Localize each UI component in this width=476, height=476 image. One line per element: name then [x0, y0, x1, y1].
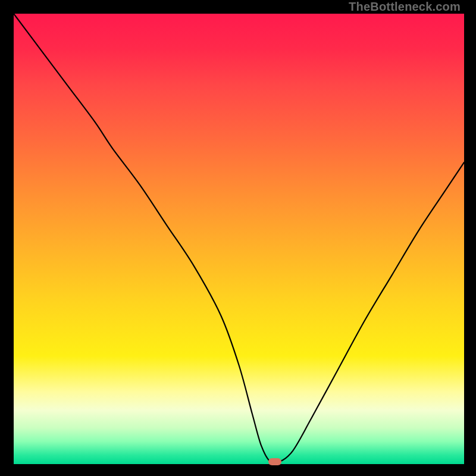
optimal-point-marker — [268, 458, 281, 465]
bottleneck-curve — [14, 14, 464, 464]
chart-frame: TheBottleneck.com — [0, 0, 476, 476]
watermark-text: TheBottleneck.com — [349, 0, 461, 14]
